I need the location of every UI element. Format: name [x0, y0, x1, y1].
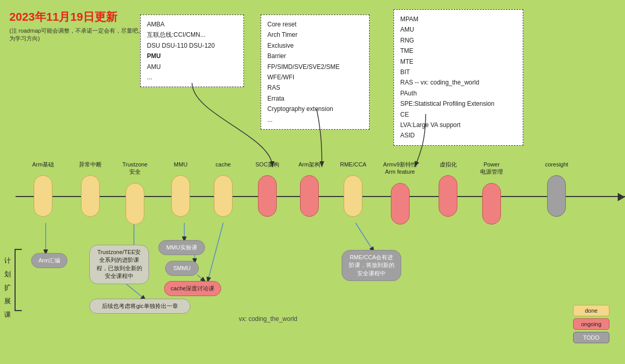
legend-todo-box: TODO [573, 332, 609, 343]
col-rme-cca: RME/CCA [340, 161, 366, 217]
plan-label: 计划扩展课 [4, 254, 11, 321]
popup-box-1: AMBA 互联总线:CCI/CMN... DSU DSU-110 DSU-120… [140, 15, 244, 87]
node-rme-course: RME/CCA会有进阶课，将放到新的安全课程中 [342, 250, 401, 281]
col-power: Power电源管理 [479, 161, 505, 225]
main-container: 2023年11月19日更新 (注 roadmap可能会调整，不承诺一定会有，尽量… [0, 0, 625, 364]
legend: done ongoing TODO [573, 305, 609, 343]
subtitle: (注 roadmap可能会调整，不承诺一定会有，尽量吧。可做为学习方向) [9, 27, 160, 43]
col-coresight: coresight [545, 161, 568, 217]
col-cache: cache [214, 161, 233, 217]
vx-credit: vx: coding_the_world [239, 315, 297, 323]
node-trustzone-course: Trustzone/TEE安全系列的进阶课程，已放到全新的安全课程中 [89, 245, 149, 284]
popup-box-2: Core reset Arch Timer Exclusive Barrier … [261, 15, 370, 130]
popup-box-3: MPAM AMU RNG TME MTE BIT RAS -- vx: codi… [393, 9, 523, 146]
legend-todo: TODO [573, 332, 609, 343]
legend-done-box: done [573, 305, 609, 316]
col-mmu: MMU [171, 161, 190, 217]
col-exception: 异常中断 [79, 161, 102, 217]
col-soc: SOC架构 [255, 161, 279, 217]
node-arm-assembly: Arm汇编 [31, 253, 67, 268]
node-gic-note: 后续也考虑将gic单独拎出一章 [89, 299, 191, 314]
timeline-arrow [618, 193, 625, 201]
page-title: 2023年11月19日更新 [9, 9, 117, 25]
col-armv9: Armv9新特性Arm feature [383, 161, 417, 225]
node-mmu-lab: MMU实验课 [158, 240, 205, 255]
plan-bracket [15, 249, 22, 311]
legend-ongoing: ongoing [573, 318, 609, 330]
timeline: Arm基础 异常中断 Trustzone安全 MMU cache SOC架构 [0, 161, 625, 223]
col-arm-arch: Arm架构 [298, 161, 320, 217]
legend-ongoing-box: ongoing [573, 318, 609, 330]
col-virtual: 虚拟化 [439, 161, 457, 217]
node-cache-deep: cache深度讨论课 [164, 281, 221, 296]
legend-done: done [573, 305, 609, 316]
node-smmu: SMMU [165, 261, 199, 276]
col-arm-basics: Arm基础 [32, 161, 54, 217]
col-trustzone: Trustzone安全 [122, 161, 148, 225]
